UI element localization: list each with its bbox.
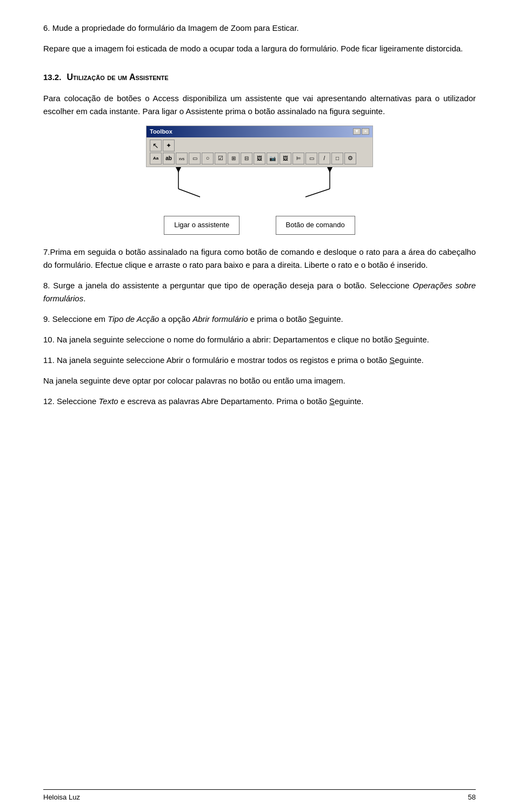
tool-label-aa[interactable]: Aa [150,153,162,164]
labels-container: Ligar o assistente Botão de comando [146,167,373,246]
tool-settings[interactable]: ⚙ [344,153,356,164]
paragraph-7: 7.Prima em seguida o botão assinalado na… [43,246,476,272]
toolbox-minimize-btn[interactable]: ▼ [353,128,361,135]
section-heading: 13.2. Utilização de um Assistente [43,70,476,84]
tool-align-left[interactable]: ⊨ [292,153,304,164]
svg-line-4 [305,189,330,197]
toolbox-title-bar-buttons: ▼ × [353,128,369,135]
tool-xvs1[interactable]: xvs [176,153,188,164]
paragraph-8: 8. Surge a janela do assistente a pergun… [43,279,476,305]
paragraph-3: Para colocação de botões o Access dispon… [43,92,476,118]
paragraph-1: 6. Mude a propriedade do formulário da I… [43,22,476,35]
tool-check[interactable]: ☑ [215,153,227,164]
tool-image1[interactable]: 🖼 [254,153,265,164]
arrow-svg [146,167,373,210]
svg-marker-2 [176,167,181,173]
tool-grid1[interactable]: ⊞ [228,153,239,164]
tool-line[interactable]: / [318,153,330,164]
tool-wand[interactable]: ✦ [163,140,175,151]
tool-frame2[interactable]: ▭ [305,153,317,164]
toolbox-close-btn[interactable]: × [362,128,369,135]
toolbox-row-2: Aa ab xvs ▭ ○ ☑ ⊞ ⊟ 🖼 📷 🖼 ⊨ ▭ / □ ⚙ [150,153,369,164]
label-ligar-assistente: Ligar o assistente [164,216,239,235]
paragraph-12: 12. Seleccione Texto e escreva as palavr… [43,395,476,408]
labels-row: Ligar o assistente Botão de comando [146,216,373,235]
paragraph-2: Repare que a imagem foi esticada de modo… [43,42,476,55]
toolbox-body: ↖ ✦ Aa ab xvs ▭ ○ ☑ ⊞ ⊟ 🖼 📷 🖼 ⊨ [147,137,372,167]
footer-author: Heloisa Luz [43,793,80,801]
tool-icon-frame[interactable]: ▭ [189,153,201,164]
tool-cursor[interactable]: ↖ [150,140,162,151]
svg-line-1 [178,189,200,197]
paragraph-9: 9. Seleccione em Tipo de Acção a opção A… [43,313,476,326]
footer-page: 58 [468,793,476,801]
paragraph-10: 10. Na janela seguinte seleccione o nome… [43,333,476,346]
tool-label-ab[interactable]: ab [163,153,175,164]
paragraph-11: 11. Na janela seguinte seleccione Abrir … [43,354,476,367]
svg-marker-5 [327,167,332,173]
footer: Heloisa Luz 58 [43,789,476,801]
toolbox-title-bar: Toolbox ▼ × [147,126,372,138]
tool-circle[interactable]: ○ [202,153,214,164]
tool-rect[interactable]: □ [331,153,343,164]
label-botao-comando: Botão de comando [276,216,355,235]
toolbox-row-1: ↖ ✦ [150,140,369,151]
tool-image3[interactable]: 🖼 [280,153,291,164]
tool-image2[interactable]: 📷 [267,153,278,164]
tool-grid2[interactable]: ⊟ [241,153,252,164]
toolbox-section: Toolbox ▼ × ↖ ✦ Aa ab xvs ▭ ○ [43,126,476,246]
toolbox-image: Toolbox ▼ × ↖ ✦ Aa ab xvs ▭ ○ [146,126,373,168]
paragraph-12-intro: Na janela seguinte deve optar por coloca… [43,374,476,387]
